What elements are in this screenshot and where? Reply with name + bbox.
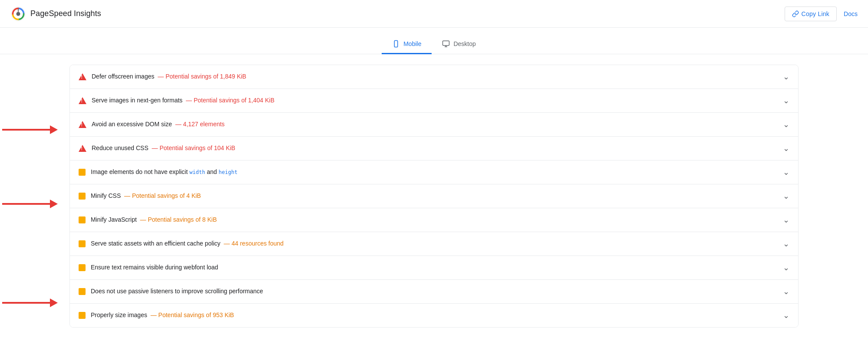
chevron-icon: ⌄ <box>783 72 789 82</box>
audit-item-left: Properly size images — Potential savings… <box>79 311 234 320</box>
audit-item-left: Serve static assets with an efficient ca… <box>79 239 284 248</box>
audit-item-minify-css[interactable]: Minify CSS — Potential savings of 4 KiB … <box>70 184 798 208</box>
copy-link-button[interactable]: Copy Link <box>785 7 837 21</box>
audit-item-left: Defer offscreen images — Potential savin… <box>79 72 246 81</box>
chevron-icon: ⌄ <box>783 120 789 129</box>
audit-item-dom-size[interactable]: Avoid an excessive DOM size — 4,127 elem… <box>70 113 798 137</box>
audit-list-wrapper: Defer offscreen images — Potential savin… <box>69 65 799 328</box>
main-content: Defer offscreen images — Potential savin… <box>0 65 868 328</box>
chevron-icon: ⌄ <box>783 287 789 296</box>
audit-item-minify-js[interactable]: Minify JavaScript — Potential savings of… <box>70 208 798 232</box>
audit-item-left: Ensure text remains visible during webfo… <box>79 263 218 272</box>
audit-item-webfont[interactable]: Ensure text remains visible during webfo… <box>70 256 798 280</box>
arrow-shaft-1 <box>2 129 50 131</box>
error-icon <box>79 97 86 104</box>
tab-mobile[interactable]: Mobile <box>382 35 432 54</box>
audit-savings: — Potential savings of 1,404 KiB <box>186 97 274 104</box>
audit-item-unused-css[interactable]: Reduce unused CSS — Potential savings of… <box>70 137 798 161</box>
arrow-2 <box>2 200 58 208</box>
pagespeed-logo-icon <box>10 6 26 22</box>
audit-item-left: Serve images in next-gen formats — Poten… <box>79 96 274 105</box>
tab-desktop[interactable]: Desktop <box>432 35 486 54</box>
warning-icon <box>79 240 86 247</box>
desktop-icon <box>442 40 450 48</box>
error-icon <box>79 145 86 152</box>
audit-savings: — 44 resources found <box>224 240 284 247</box>
audit-item-next-gen[interactable]: Serve images in next-gen formats — Poten… <box>70 89 798 113</box>
audit-item-left: Avoid an excessive DOM size — 4,127 elem… <box>79 120 224 129</box>
code-height: height <box>219 169 238 175</box>
audit-text: Serve images in next-gen formats — Poten… <box>92 96 274 105</box>
link-icon <box>792 10 799 17</box>
chevron-icon: ⌄ <box>783 239 789 249</box>
tabs-container: Mobile Desktop <box>0 28 868 54</box>
audit-text: Avoid an excessive DOM size — 4,127 elem… <box>92 120 224 129</box>
chevron-icon: ⌄ <box>783 263 789 272</box>
audit-savings: — Potential savings of 953 KiB <box>151 311 234 318</box>
chevron-icon: ⌄ <box>783 215 789 225</box>
arrow-shaft-2 <box>2 203 50 205</box>
chevron-icon: ⌄ <box>783 96 789 105</box>
warning-icon <box>79 216 86 223</box>
svg-point-1 <box>17 12 20 16</box>
warning-icon <box>79 193 86 200</box>
app-title: PageSpeed Insights <box>30 9 101 18</box>
audit-item-passive-listeners[interactable]: Does not use passive listeners to improv… <box>70 280 798 304</box>
audit-item-left: Minify CSS — Potential savings of 4 KiB <box>79 192 201 200</box>
audit-item-properly-size[interactable]: Properly size images — Potential savings… <box>70 304 798 327</box>
svg-rect-5 <box>443 41 449 46</box>
audit-savings: — Potential savings of 4 KiB <box>124 192 201 199</box>
arrow-head-1 <box>50 125 58 134</box>
warning-icon <box>79 169 86 176</box>
logo-area: PageSpeed Insights <box>10 6 101 22</box>
audit-text: Reduce unused CSS — Potential savings of… <box>92 144 235 153</box>
audit-savings: — 4,127 elements <box>175 121 225 128</box>
audit-item-left: Reduce unused CSS — Potential savings of… <box>79 144 235 153</box>
audit-text: Ensure text remains visible during webfo… <box>91 263 218 272</box>
arrow-head-3 <box>50 298 58 307</box>
header: PageSpeed Insights Copy Link Docs <box>0 0 868 28</box>
audit-item-left: Minify JavaScript — Potential savings of… <box>79 216 217 224</box>
audit-text: Minify CSS — Potential savings of 4 KiB <box>91 192 201 200</box>
audit-item-image-dimensions[interactable]: Image elements do not have explicit widt… <box>70 161 798 184</box>
chevron-icon: ⌄ <box>783 311 789 320</box>
arrow-3 <box>2 298 58 307</box>
mobile-icon <box>392 40 400 48</box>
audit-text: Defer offscreen images — Potential savin… <box>92 72 246 81</box>
audit-item-cache-policy[interactable]: Serve static assets with an efficient ca… <box>70 232 798 256</box>
chevron-icon: ⌄ <box>783 191 789 201</box>
arrow-head-2 <box>50 200 58 208</box>
audit-item-left: Does not use passive listeners to improv… <box>79 287 263 296</box>
audit-savings: — Potential savings of 104 KiB <box>152 144 235 151</box>
audit-item-left: Image elements do not have explicit widt… <box>79 168 238 177</box>
audit-text: Image elements do not have explicit widt… <box>91 168 238 177</box>
code-width: width <box>189 169 205 175</box>
chevron-icon: ⌄ <box>783 144 789 153</box>
audit-text: Serve static assets with an efficient ca… <box>91 239 284 248</box>
error-icon <box>79 121 86 128</box>
docs-link[interactable]: Docs <box>844 10 858 17</box>
warning-icon <box>79 288 86 295</box>
warning-icon <box>79 312 86 319</box>
arrow-1 <box>2 125 58 134</box>
audit-text: Minify JavaScript — Potential savings of… <box>91 216 217 224</box>
audit-list: Defer offscreen images — Potential savin… <box>69 65 799 328</box>
audit-savings: — Potential savings of 1,849 KiB <box>158 73 246 80</box>
audit-text: Properly size images — Potential savings… <box>91 311 234 320</box>
error-icon <box>79 73 86 80</box>
audit-item-defer-offscreen[interactable]: Defer offscreen images — Potential savin… <box>70 65 798 89</box>
arrow-shaft-3 <box>2 302 50 304</box>
chevron-icon: ⌄ <box>783 167 789 177</box>
header-actions: Copy Link Docs <box>785 7 858 21</box>
warning-icon <box>79 264 86 271</box>
audit-savings: — Potential savings of 8 KiB <box>140 216 217 223</box>
audit-text: Does not use passive listeners to improv… <box>91 287 263 296</box>
